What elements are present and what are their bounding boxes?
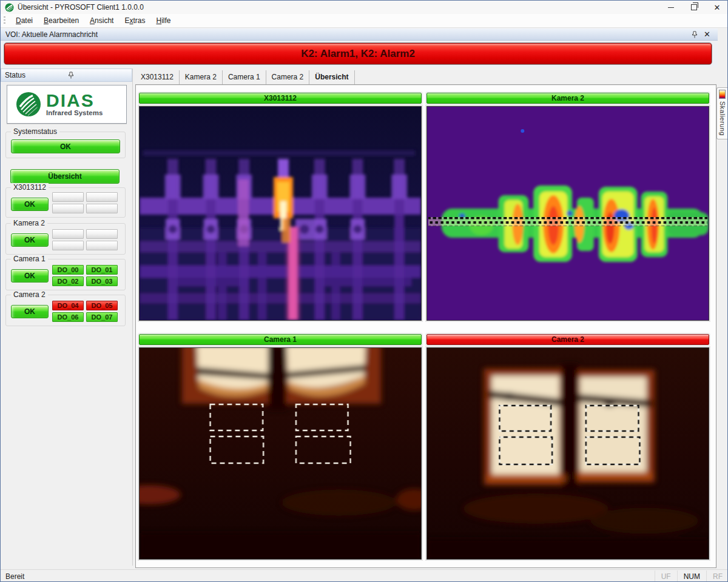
indicator: [52, 204, 84, 213]
restore-icon: [691, 4, 697, 10]
alarm-banner: K2: Alarm1, K2: Alarm2: [4, 42, 712, 65]
sidebar-pin-icon[interactable]: [68, 72, 127, 79]
pin-icon[interactable]: [692, 31, 698, 38]
tab-camera2[interactable]: Camera 2: [266, 70, 310, 84]
group-camera1-label: Camera 1: [11, 255, 48, 263]
skalierung-tab[interactable]: Skalierung: [716, 87, 727, 139]
dias-logo: DIAS Infrared Systems: [7, 85, 127, 124]
restore-button[interactable]: [682, 1, 706, 14]
dias-logo-subtitle: Infrared Systems: [46, 109, 103, 116]
tab-camera1[interactable]: Camera 1: [223, 70, 266, 84]
do-indicator: DO_06: [52, 312, 84, 322]
dias-swirl-icon: [16, 92, 41, 117]
menu-datei[interactable]: Datei: [10, 14, 38, 27]
group-camera2: Camera 2 OK DO_04 DO_05 DO_06 DO_07: [5, 295, 126, 326]
close-icon: ✕: [714, 4, 721, 12]
pyrosoft-window: Übersicht - PYROSOFT Client1 1.0.0.0 ✕ D…: [0, 0, 728, 582]
status-sidebar: Status DIAS Infrared Systems Systemstatu…: [1, 69, 133, 566]
voi-close-icon[interactable]: ✕: [704, 31, 710, 38]
titlebar: Übersicht - PYROSOFT Client1 1.0.0.0 ✕: [1, 1, 728, 14]
group-kamera2-label: Kamera 2: [11, 219, 47, 227]
menu-bearbeiten[interactable]: Bearbeiten: [38, 14, 84, 27]
indicator: [86, 229, 118, 239]
sidebar-header: Status: [1, 69, 132, 82]
minimize-icon: [668, 7, 674, 8]
dias-logo-name: DIAS: [46, 92, 103, 109]
do-indicator: DO_05: [86, 301, 118, 310]
menu-hilfe[interactable]: Hilfe: [151, 14, 177, 27]
palette-icon: [719, 90, 726, 99]
do-indicator: DO_00: [52, 265, 84, 275]
do-indicator: DO_01: [86, 265, 118, 275]
statusbar-uf: UF: [655, 570, 677, 582]
group-camera1: Camera 1 OK DO_00 DO_01 DO_02 DO_03: [5, 259, 126, 290]
group-camera2-label: Camera 2: [11, 290, 48, 299]
group-x3013112: X3013112 OK: [5, 187, 126, 218]
do-indicator: DO_07: [86, 312, 118, 322]
camera-grid-panel: X3013112: [135, 84, 716, 568]
minimize-button[interactable]: [659, 1, 682, 14]
indicator: [86, 241, 118, 250]
camera2-ok-button[interactable]: OK: [11, 305, 49, 318]
kamera2-ok-button[interactable]: OK: [11, 233, 49, 247]
indicator: [52, 241, 84, 250]
group-x3013112-label: X3013112: [11, 183, 49, 192]
voi-panel-title: VOI: Aktuelle Alarmnachricht: [5, 30, 692, 39]
indicator: [86, 204, 118, 213]
app-logo-icon: [5, 3, 14, 12]
close-button[interactable]: ✕: [706, 1, 728, 14]
camera-view-camera2: [426, 347, 709, 560]
do-indicator: DO_03: [86, 276, 118, 286]
indicator: [52, 229, 84, 239]
camera-view-kamera2: [426, 106, 709, 321]
statusbar-message: Bereit: [5, 572, 655, 581]
overview-button[interactable]: Übersicht: [10, 169, 120, 184]
camera-header-camera1: Camera 1: [139, 334, 422, 345]
window-title: Übersicht - PYROSOFT Client1 1.0.0.0: [18, 3, 144, 12]
tab-uebersicht[interactable]: Übersicht: [309, 70, 354, 84]
menu-ansicht[interactable]: Ansicht: [84, 14, 119, 27]
group-kamera2: Kamera 2 OK: [5, 223, 126, 255]
group-systemstatus-label: Systemstatus: [11, 127, 59, 136]
do-indicator: DO_02: [52, 276, 84, 286]
sidebar-title: Status: [5, 71, 64, 79]
indicator: [52, 192, 84, 202]
toolbar-grip-icon[interactable]: [4, 16, 5, 25]
statusbar-rf: RF: [706, 570, 728, 582]
do-indicator: DO_04: [52, 301, 84, 310]
group-systemstatus: Systemstatus OK: [5, 132, 126, 158]
tab-x3013112[interactable]: X3013112: [135, 70, 180, 84]
camera-header-kamera2: Kamera 2: [426, 93, 709, 104]
camera-header-x3013112: X3013112: [139, 93, 422, 104]
camera1-ok-button[interactable]: OK: [11, 269, 49, 283]
menu-extras[interactable]: Extras: [119, 14, 150, 27]
skalierung-tab-label: Skalierung: [719, 101, 726, 136]
indicator: [86, 192, 118, 202]
alarm-area: K2: Alarm1, K2: Alarm2: [1, 41, 718, 67]
menubar: Datei Bearbeiten Ansicht Extras Hilfe: [1, 14, 728, 28]
x3013112-ok-button[interactable]: OK: [11, 198, 49, 211]
tab-kamera2[interactable]: Kamera 2: [180, 70, 223, 84]
camera-view-camera1: [139, 347, 422, 560]
voi-panel-header: VOI: Aktuelle Alarmnachricht ✕: [1, 28, 718, 41]
statusbar-num: NUM: [677, 570, 706, 582]
systemstatus-ok-button[interactable]: OK: [11, 139, 120, 153]
camera-tabbar: X3013112 Kamera 2 Camera 1 Camera 2 Über…: [135, 69, 716, 84]
camera-header-camera2: Camera 2: [426, 334, 709, 345]
statusbar: Bereit UF NUM RF: [1, 569, 728, 582]
camera-view-x3013112: [139, 106, 422, 321]
